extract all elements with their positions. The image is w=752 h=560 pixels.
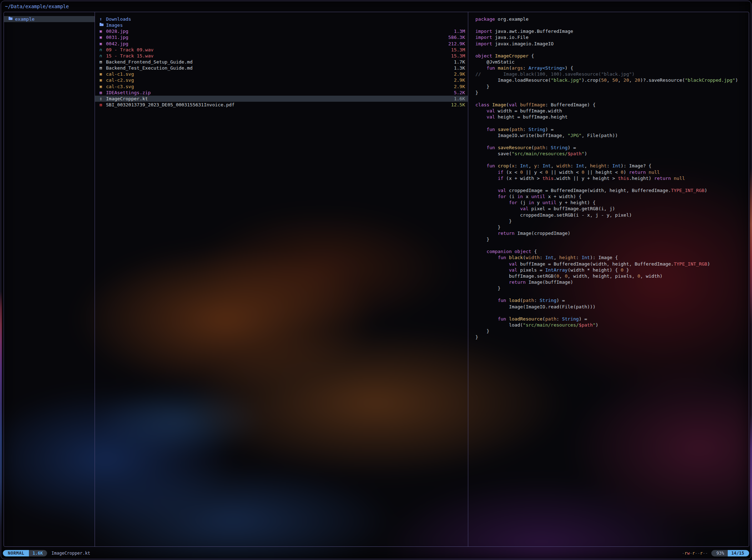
file-size: 2.9K <box>450 84 465 89</box>
code-line: for (j in y until y + height) { <box>475 200 749 206</box>
markdown-icon: ▤ <box>100 60 105 64</box>
file-row[interactable]: ▧IDEAsettings.zip5.2K <box>95 90 468 96</box>
downloads-icon: ↧ <box>100 17 105 21</box>
code-line: return Image(croppedImage) <box>475 230 749 236</box>
code-line: buffImage.setRGB(0, 0, width, height, pi… <box>475 273 749 279</box>
code-line: } <box>475 334 749 340</box>
code-line: } <box>475 328 749 334</box>
code-line: // Image.black(100, 100).saveResource("b… <box>475 71 749 77</box>
file-row[interactable]: ▣cal-c3.svg2.9K <box>95 84 468 90</box>
code-line: Image(ImageIO.read(File(path))) <box>475 304 749 310</box>
folder-icon <box>9 17 14 21</box>
file-size: 586.3K <box>445 35 465 40</box>
code-line <box>475 96 749 102</box>
parent-dir-name: example <box>15 16 35 22</box>
file-row[interactable]: ∩09 - Track 09.wav15.3M <box>95 47 468 53</box>
code-line: @JvmStatic <box>475 59 749 65</box>
pdf-icon: ▨ <box>100 103 105 107</box>
code-line: package org.example <box>475 16 749 22</box>
code-line: return Image(buffImage) <box>475 279 749 285</box>
svg-icon: ▣ <box>100 78 105 82</box>
code-line: for (i in x until x + width) { <box>475 193 749 200</box>
file-size: 1.7K <box>450 59 465 65</box>
file-name: 0031.jpg <box>106 35 128 40</box>
file-name: cal-c1.svg <box>106 71 134 77</box>
code-line <box>475 120 749 126</box>
file-row[interactable]: ▣0028.jpg1.3M <box>95 28 468 34</box>
code-line: Image.loadResource("black.jpg").crop(50,… <box>475 77 749 83</box>
file-row[interactable]: ▣0031.jpg586.3K <box>95 34 468 40</box>
file-row[interactable]: ↧Downloads <box>95 16 468 22</box>
code-line: object ImageCropper { <box>475 53 749 59</box>
code-line: if (x < 0 || y < 0 || width < 0 || heigh… <box>475 169 749 175</box>
code-line: fun main(args: Array<String>) { <box>475 65 749 71</box>
code-line: croppedImage.setRGB(i - x, j - y, pixel) <box>475 212 749 218</box>
audio-icon: ∩ <box>100 48 105 52</box>
code-line: fun black(width: Int, height: Int): Imag… <box>475 254 749 261</box>
file-row[interactable]: Images <box>95 22 468 28</box>
file-size: 2.9K <box>450 77 465 83</box>
file-name: 0042.jpg <box>106 41 128 46</box>
file-row[interactable]: ▨SBI_0032013739_2023_DE05_0003155631Invo… <box>95 102 468 108</box>
file-name: Backend_Frontend_Setup_Guide.md <box>106 59 193 65</box>
code-line: } <box>475 236 749 242</box>
image-icon: ▣ <box>100 42 105 46</box>
parent-pane: example <box>4 12 95 546</box>
audio-icon: ∩ <box>100 54 105 58</box>
parent-dir-row[interactable]: example <box>4 16 95 22</box>
file-size: 15.3M <box>448 53 465 59</box>
image-icon: ▣ <box>100 29 105 33</box>
code-line: val width = buffImage.width <box>475 108 749 114</box>
file-name: 09 - Track 09.wav <box>106 47 153 52</box>
code-line: val pixels = IntArray(width * height) { … <box>475 267 749 273</box>
current-path: ~/Data/example/example <box>5 2 69 10</box>
code-line: fun save(path: String) = <box>475 126 749 132</box>
file-list: ↧DownloadsImages▣0028.jpg1.3M▣0031.jpg58… <box>95 12 468 546</box>
code-line: fun load(path: String) = <box>475 297 749 303</box>
file-row[interactable]: ∩15 - Track 15.wav15.3M <box>95 53 468 59</box>
file-size: 1.3K <box>450 65 465 71</box>
file-name: SBI_0032013739_2023_DE05_0003155631Invoi… <box>106 102 234 107</box>
status-left: NORMAL 1.6K ImageCropper.kt <box>3 550 90 556</box>
code-line: } <box>475 84 749 90</box>
code-line: if (x + width > this.width || y + height… <box>475 175 749 181</box>
file-row[interactable]: ▤Backend_Test_Execution_Guide.md1.3K <box>95 65 468 71</box>
kotlin-file-icon: ▯ <box>100 97 105 101</box>
file-row[interactable]: ▣cal-c1.svg2.9K <box>95 71 468 77</box>
preview-pane[interactable]: package org.exampleimport java.awt.image… <box>468 12 749 546</box>
file-name: 0028.jpg <box>106 29 128 34</box>
file-permissions: -rw-r--r-- <box>682 551 708 556</box>
code-line: load("src/main/resources/$path") <box>475 322 749 328</box>
status-filename: ImageCropper.kt <box>51 551 90 556</box>
wallpaper-edge-left <box>0 0 2 560</box>
file-size: 15.3M <box>448 47 465 52</box>
image-icon: ▣ <box>100 35 105 39</box>
code-line <box>475 291 749 297</box>
code-line: fun loadResource(path: String) = <box>475 316 749 322</box>
code-line: val pixel = buffImage.getRGB(i, j) <box>475 206 749 212</box>
cursor-position: 14/15 <box>728 550 749 556</box>
code-line: save("src/main/resources/$path") <box>475 151 749 157</box>
file-size: 12.5K <box>448 102 465 107</box>
code-line: import java.awt.image.BufferedImage <box>475 28 749 34</box>
code-line: import javax.imageio.ImageIO <box>475 41 749 47</box>
folder-icon <box>100 23 105 27</box>
code-line: fun saveResource(path: String) = <box>475 145 749 151</box>
code-line: val buffImage = BufferedImage(width, hei… <box>475 261 749 267</box>
file-name: ImageCropper.kt <box>106 96 148 101</box>
svg-icon: ▣ <box>100 72 105 76</box>
code-line: fun crop(x: Int, y: Int, width: Int, hei… <box>475 163 749 169</box>
file-size: 1.3M <box>450 29 465 34</box>
file-row[interactable]: ▤Backend_Frontend_Setup_Guide.md1.7K <box>95 59 468 65</box>
file-row[interactable]: ▯ImageCropper.kt1.6K <box>95 96 468 102</box>
file-row[interactable]: ▣cal-c2.svg2.9K <box>95 77 468 83</box>
code-line: } <box>475 285 749 291</box>
code-line: companion object { <box>475 248 749 254</box>
file-size: 2.9K <box>450 71 465 77</box>
status-bar: NORMAL 1.6K ImageCropper.kt -rw-r--r-- 9… <box>3 550 749 557</box>
file-row[interactable]: ▣0042.jpg212.9K <box>95 41 468 47</box>
code-line <box>475 181 749 187</box>
code-line: } <box>475 224 749 230</box>
file-size: 1.6K <box>450 96 465 101</box>
position-badge: 93% 14/15 <box>711 550 749 556</box>
